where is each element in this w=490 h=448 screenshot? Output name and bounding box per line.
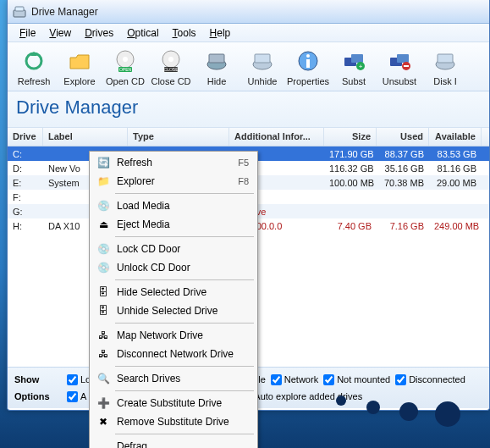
hide-drive-icon: 🗄 bbox=[95, 285, 112, 299]
svg-text:+: + bbox=[359, 63, 363, 70]
menu-help[interactable]: Help bbox=[203, 25, 238, 41]
subst-icon: + bbox=[340, 47, 367, 75]
menu-file[interactable]: File bbox=[13, 25, 42, 41]
cd-icon: 💿 bbox=[95, 199, 112, 213]
col-used[interactable]: Used bbox=[377, 128, 429, 146]
ctx-map-network[interactable]: 🖧Map Network Drive bbox=[91, 326, 256, 345]
col-info[interactable]: Additional Infor... bbox=[229, 128, 324, 146]
col-avail[interactable]: Available bbox=[429, 128, 482, 146]
unsubst-button[interactable]: Unsubst bbox=[377, 47, 422, 86]
context-menu: 🔄RefreshF5 📁ExplorerF8 💿Load Media ⏏Ejec… bbox=[89, 151, 258, 448]
ctx-lock-cd[interactable]: 💿Lock CD Door bbox=[91, 240, 256, 258]
ctx-explorer[interactable]: 📁ExplorerF8 bbox=[91, 172, 256, 191]
diski-icon bbox=[432, 47, 459, 75]
refresh-icon: 🔄 bbox=[95, 156, 112, 169]
svg-rect-12 bbox=[209, 54, 224, 63]
options-a-checkbox[interactable]: A bbox=[67, 391, 86, 402]
app-icon bbox=[13, 5, 26, 19]
svg-rect-1 bbox=[15, 7, 24, 11]
properties-icon bbox=[295, 47, 322, 75]
ctx-create-substitute[interactable]: ➕Create Substitute Drive bbox=[91, 394, 256, 412]
ctx-refresh[interactable]: 🔄RefreshF5 bbox=[91, 153, 256, 172]
ctx-search-drives[interactable]: 🔍Search Drives bbox=[91, 369, 256, 388]
ctx-unhide-drive[interactable]: 🗄Unhide Selected Drive bbox=[91, 301, 256, 320]
ctx-defrag[interactable]: Defrag bbox=[91, 437, 256, 448]
menubar: File View Drives Optical Tools Help bbox=[8, 24, 489, 42]
network-icon: 🖧 bbox=[95, 329, 112, 342]
refresh-button[interactable]: Refresh bbox=[11, 47, 57, 86]
subst-icon: ➕ bbox=[95, 396, 112, 410]
col-size[interactable]: Size bbox=[324, 128, 377, 146]
menu-drives[interactable]: Drives bbox=[78, 25, 120, 41]
svg-rect-17 bbox=[306, 59, 310, 68]
col-type[interactable]: Type bbox=[128, 128, 229, 146]
search-icon: 🔍 bbox=[95, 372, 112, 385]
svg-rect-25 bbox=[404, 65, 409, 67]
menu-optical[interactable]: Optical bbox=[120, 25, 165, 41]
unlock-icon: 💿 bbox=[95, 261, 112, 274]
subst-button[interactable]: +Subst bbox=[331, 47, 377, 86]
ctx-remove-substitute[interactable]: ✖Remove Substitute Drive bbox=[91, 412, 256, 431]
explore-icon bbox=[66, 47, 93, 75]
unsubst-icon bbox=[386, 47, 413, 75]
refresh-icon bbox=[20, 47, 47, 75]
col-label[interactable]: Label bbox=[43, 128, 128, 146]
menu-tools[interactable]: Tools bbox=[166, 25, 203, 41]
show-label: Show bbox=[14, 374, 62, 384]
window-title: Drive Manager bbox=[31, 6, 98, 18]
diski-button[interactable]: Disk I bbox=[422, 47, 468, 86]
unhide-icon bbox=[249, 47, 276, 75]
ctx-load-media[interactable]: 💿Load Media bbox=[91, 196, 256, 215]
ctx-eject-media[interactable]: ⏏Eject Media bbox=[91, 215, 256, 234]
unhide-button[interactable]: Unhide bbox=[239, 47, 285, 86]
svg-rect-23 bbox=[397, 54, 409, 63]
svg-point-16 bbox=[306, 54, 310, 58]
ctx-disconnect-network[interactable]: 🖧Disconnect Network Drive bbox=[91, 345, 256, 363]
svg-text:OPEN: OPEN bbox=[119, 67, 132, 72]
unhide-drive-icon: 🗄 bbox=[95, 304, 112, 318]
unsubst-icon: ✖ bbox=[95, 415, 112, 429]
hide-icon bbox=[203, 47, 230, 75]
svg-rect-19 bbox=[351, 54, 363, 63]
svg-point-8 bbox=[168, 57, 173, 62]
svg-rect-14 bbox=[255, 54, 270, 63]
grid-header: Drive Label Type Additional Infor... Siz… bbox=[8, 128, 489, 147]
explorer-icon: 📁 bbox=[95, 174, 112, 188]
svg-text:CLOSE: CLOSE bbox=[164, 67, 179, 72]
closecd-icon: CLOSE bbox=[157, 47, 184, 75]
titlebar[interactable]: Drive Manager bbox=[8, 0, 489, 24]
properties-button[interactable]: Properties bbox=[285, 47, 331, 86]
menu-view[interactable]: View bbox=[42, 25, 78, 41]
closecd-button[interactable]: CLOSEClose CD bbox=[148, 47, 194, 86]
ctx-hide-drive[interactable]: 🗄Hide Selected Drive bbox=[91, 283, 256, 301]
svg-rect-27 bbox=[438, 54, 453, 63]
toolbar: Refresh Explore OPENOpen CD CLOSEClose C… bbox=[8, 42, 489, 91]
svg-point-4 bbox=[123, 57, 128, 62]
hide-button[interactable]: Hide bbox=[194, 47, 239, 86]
ctx-unlock-cd[interactable]: 💿Unlock CD Door bbox=[91, 258, 256, 277]
eject-icon: ⏏ bbox=[95, 218, 112, 231]
page-title: Drive Manager bbox=[8, 91, 489, 128]
opencd-icon: OPEN bbox=[112, 47, 139, 75]
lock-icon: 💿 bbox=[95, 242, 112, 256]
col-drive[interactable]: Drive bbox=[8, 128, 43, 146]
opencd-button[interactable]: OPENOpen CD bbox=[102, 47, 148, 86]
disconnect-icon: 🖧 bbox=[95, 347, 112, 361]
options-label: Options bbox=[14, 391, 62, 401]
explore-button[interactable]: Explore bbox=[57, 47, 102, 86]
show-local-checkbox[interactable]: Lo bbox=[67, 374, 91, 385]
wallpaper-dots bbox=[278, 372, 490, 448]
